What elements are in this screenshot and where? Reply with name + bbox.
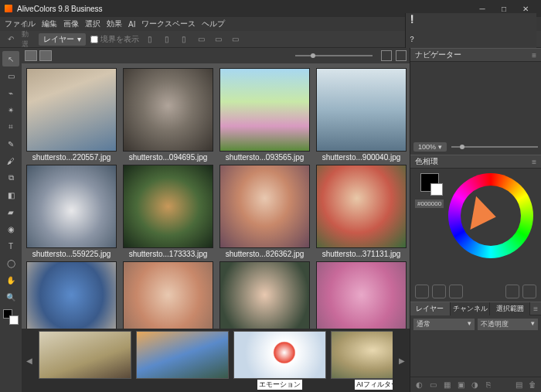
- layer-fx-icon[interactable]: ◐: [413, 380, 424, 390]
- menu-help[interactable]: ヘルプ: [202, 19, 225, 29]
- help-icon[interactable]: ？: [406, 33, 418, 46]
- thumbnail-item[interactable]: [316, 261, 407, 329]
- layer-add-icon[interactable]: ▤: [513, 380, 524, 390]
- filmstrip-item[interactable]: .: [39, 331, 131, 390]
- menu-workspace[interactable]: ワークスペース: [141, 19, 196, 29]
- panel-menu-icon[interactable]: ≡: [532, 51, 536, 60]
- notify-icon[interactable]: ❕: [406, 13, 418, 26]
- lasso-tool-icon[interactable]: ⌁: [2, 85, 19, 101]
- menu-select[interactable]: 選択: [85, 19, 100, 29]
- thumbnail-item[interactable]: shuttersto...371131.jpg: [316, 165, 407, 258]
- color-panel-header[interactable]: 色相環≡: [410, 155, 541, 169]
- menu-ai[interactable]: AI: [128, 20, 135, 29]
- menu-edit[interactable]: 編集: [42, 19, 57, 29]
- filmstrip-image[interactable]: [331, 331, 393, 379]
- list-view-icon[interactable]: [396, 50, 407, 61]
- thumbnail-image[interactable]: [123, 165, 213, 248]
- thumbnail-item[interactable]: shuttersto...826362.jpg: [219, 165, 310, 258]
- filmstrip-prev-icon[interactable]: ◀: [25, 337, 34, 383]
- doc-tab-2[interactable]: [39, 50, 52, 61]
- align-center-icon[interactable]: ▯: [161, 33, 173, 46]
- color-mode-4-icon[interactable]: [505, 285, 519, 298]
- thumbnail-image[interactable]: [26, 68, 117, 152]
- thumbnail-image[interactable]: [219, 68, 310, 152]
- navigator-panel-header[interactable]: ナビゲーター≡: [410, 48, 541, 62]
- layer-adjust-icon[interactable]: ◑: [469, 380, 480, 390]
- color-hex-field[interactable]: #000000: [415, 199, 444, 208]
- filmstrip-item[interactable]: エモーション: [233, 331, 326, 390]
- tab-channels[interactable]: チャンネル: [451, 302, 491, 315]
- thumbnail-image[interactable]: [316, 165, 407, 248]
- layer-link-icon[interactable]: ⎘: [483, 380, 494, 390]
- menu-image[interactable]: 画像: [63, 19, 79, 29]
- tab-layers[interactable]: レイヤー: [410, 302, 451, 315]
- filmstrip-next-icon[interactable]: ▶: [397, 337, 407, 383]
- layer-mask-icon[interactable]: ▭: [427, 380, 438, 390]
- text-tool-icon[interactable]: T: [2, 238, 19, 254]
- doc-tab-1[interactable]: [25, 50, 37, 61]
- filmstrip-item[interactable]: .: [136, 331, 229, 390]
- filmstrip-image[interactable]: [233, 331, 326, 379]
- thumbnail-image[interactable]: [26, 165, 117, 248]
- thumbnail-image[interactable]: [26, 261, 117, 329]
- filmstrip-image[interactable]: [39, 331, 131, 379]
- layer-group-icon[interactable]: ▣: [455, 380, 466, 390]
- panel-menu-icon[interactable]: ≡: [530, 305, 541, 313]
- align-top-icon[interactable]: ▭: [195, 33, 207, 46]
- thumbnail-item[interactable]: [219, 261, 310, 329]
- thumbnail-item[interactable]: shuttersto...173333.jpg: [123, 165, 213, 258]
- thumb-size-slider[interactable]: [295, 55, 373, 56]
- filmstrip-image[interactable]: [136, 331, 229, 379]
- color-swatch[interactable]: [3, 309, 19, 325]
- align-left-icon[interactable]: ▯: [144, 33, 156, 46]
- panel-menu-icon[interactable]: ≡: [532, 158, 536, 166]
- fill-tool-icon[interactable]: ▰: [2, 204, 19, 220]
- layer-dropdown[interactable]: レイヤー▾: [39, 33, 86, 46]
- wand-tool-icon[interactable]: ✴: [2, 102, 19, 118]
- thumbnail-item[interactable]: shuttersto...094695.jpg: [123, 68, 213, 162]
- crop-tool-icon[interactable]: ⌗: [2, 119, 19, 135]
- zoom-slider[interactable]: [451, 146, 538, 148]
- thumbnail-image[interactable]: [123, 261, 213, 329]
- move-tool-icon[interactable]: ↖: [2, 51, 19, 66]
- hand-tool-icon[interactable]: ✋: [2, 272, 19, 288]
- layer-new-icon[interactable]: ▦: [441, 380, 452, 390]
- color-mode-3-icon[interactable]: [449, 285, 463, 298]
- filmstrip-item[interactable]: AIフィルター: [331, 331, 393, 390]
- align-right-icon[interactable]: ▯: [178, 33, 190, 46]
- shape-tool-icon[interactable]: ◯: [2, 255, 19, 271]
- opacity-dropdown[interactable]: 不透明度▾: [478, 319, 539, 330]
- blur-tool-icon[interactable]: ◉: [2, 221, 19, 237]
- auto-icon[interactable]: 自動選択: [22, 33, 34, 46]
- zoom-value[interactable]: 100% ▾: [413, 142, 447, 152]
- thumbnail-image[interactable]: [123, 68, 213, 152]
- thumbnail-item[interactable]: shuttersto...900040.jpg: [316, 68, 407, 162]
- show-bounds-checkbox[interactable]: 境界を表示: [90, 34, 139, 45]
- align-mid-icon[interactable]: ▭: [212, 33, 224, 46]
- color-wheel[interactable]: [448, 173, 533, 258]
- color-foreground-swatch[interactable]: [420, 173, 439, 192]
- color-mode-5-icon[interactable]: [522, 285, 536, 298]
- thumbnail-item[interactable]: [123, 261, 213, 329]
- eraser-tool-icon[interactable]: ◧: [2, 187, 19, 203]
- layer-delete-icon[interactable]: 🗑: [527, 380, 538, 390]
- eyedrop-tool-icon[interactable]: ✎: [2, 136, 19, 152]
- brush-tool-icon[interactable]: 🖌: [2, 153, 19, 169]
- thumbnail-image[interactable]: [219, 165, 310, 248]
- color-mode-2-icon[interactable]: [432, 285, 446, 298]
- color-mode-1-icon[interactable]: [415, 285, 429, 298]
- marquee-tool-icon[interactable]: ▭: [2, 68, 19, 84]
- thumbnail-item[interactable]: shuttersto...220557.jpg: [26, 68, 117, 162]
- undo-icon[interactable]: ↶: [5, 33, 17, 46]
- thumbnail-image[interactable]: [219, 261, 310, 329]
- tab-selection[interactable]: 選択範囲: [490, 302, 530, 315]
- grid-view-icon[interactable]: [381, 50, 392, 61]
- zoom-tool-icon[interactable]: 🔍: [2, 289, 19, 305]
- clone-tool-icon[interactable]: ⧉: [2, 170, 19, 186]
- menu-effects[interactable]: 効果: [107, 19, 122, 29]
- thumbnail-image[interactable]: [316, 68, 407, 152]
- blend-mode-dropdown[interactable]: 通常▾: [413, 319, 475, 330]
- thumbnail-item[interactable]: shuttersto...559225.jpg: [26, 165, 117, 258]
- thumbnail-item[interactable]: shuttersto...093565.jpg: [219, 68, 310, 162]
- align-bot-icon[interactable]: ▭: [229, 33, 241, 46]
